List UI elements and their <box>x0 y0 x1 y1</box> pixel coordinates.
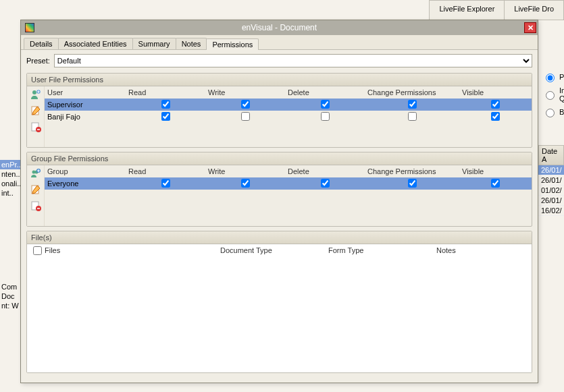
tabstrip: Details Associated Entities Summary Note… <box>21 35 538 50</box>
chk-delete[interactable] <box>321 179 330 188</box>
col-user: User <box>45 86 126 99</box>
add-group-icon[interactable] <box>30 168 41 179</box>
col-files: Files <box>45 246 220 255</box>
preset-label: Preset: <box>26 57 50 65</box>
background-top-tabs: LiveFile Explorer LiveFile Dro <box>430 0 564 20</box>
col-delete: Delete <box>285 86 365 99</box>
bg-list-row[interactable]: 26/01/ <box>538 196 564 206</box>
background-radio-group: Publi In Qu Both <box>538 67 564 121</box>
chk-delete[interactable] <box>321 112 330 121</box>
group-grid-header-row: Group Read Write Delete Change Permissio… <box>45 165 532 177</box>
bg-list-row[interactable]: 26/01/ <box>538 165 564 175</box>
user-panel-toolbar <box>27 86 45 147</box>
chk-visible[interactable] <box>491 100 500 109</box>
tab-permissions[interactable]: Permissions <box>206 38 259 50</box>
col-read: Read <box>126 86 205 99</box>
dialog-window: enVisual - Document ✕ Details Associated… <box>20 20 538 383</box>
col-write: Write <box>205 165 285 177</box>
user-grid-header-row: User Read Write Delete Change Permission… <box>45 86 532 99</box>
chk-visible[interactable] <box>491 179 500 188</box>
files-select-all-checkbox[interactable] <box>33 246 42 255</box>
bg-bottom-row: Com <box>0 282 20 291</box>
background-right-list: Date A 26/01/ 26/01/ 01/02/ 26/01/ 16/02… <box>538 145 564 216</box>
bg-left-row[interactable]: onali.. <box>0 179 20 188</box>
chk-read[interactable] <box>161 112 170 121</box>
col-read: Read <box>126 165 205 177</box>
tab-summary[interactable]: Summary <box>132 38 176 49</box>
bg-bottom-row: nt: W <box>0 301 20 310</box>
bg-bottom-row: Doc <box>0 291 20 301</box>
bg-list-header[interactable]: Date A <box>538 145 564 165</box>
background-left-list: enPr.. nten.. onali.. int.. <box>0 160 20 198</box>
radio-publi-label: Publi <box>559 73 564 81</box>
background-bottom-list: Com Doc nt: W <box>0 282 20 310</box>
bg-list-row[interactable]: 01/02/ <box>538 186 564 196</box>
close-button[interactable]: ✕ <box>524 22 536 33</box>
bg-tab-livefile-explorer[interactable]: LiveFile Explorer <box>429 0 505 20</box>
titlebar: enVisual - Document ✕ <box>21 20 538 35</box>
close-icon: ✕ <box>528 24 534 32</box>
table-row[interactable]: Supervisor <box>45 99 532 111</box>
tab-notes[interactable]: Notes <box>176 38 207 49</box>
radio-both[interactable] <box>546 109 555 117</box>
edit-group-icon[interactable] <box>30 184 41 195</box>
bg-left-row[interactable]: enPr.. <box>0 160 20 169</box>
radio-inqu-label: In Qu <box>559 86 564 103</box>
col-change-permissions: Change Permissions <box>365 165 459 177</box>
chk-write[interactable] <box>241 179 250 188</box>
bg-left-row[interactable]: nten.. <box>0 169 20 179</box>
add-user-icon[interactable] <box>30 89 41 100</box>
col-change-permissions: Change Permissions <box>365 86 459 99</box>
radio-inqu[interactable] <box>546 91 555 100</box>
col-delete: Delete <box>285 165 365 177</box>
svg-point-0 <box>32 90 36 94</box>
files-grid-header: Files Document Type Form Type Notes <box>27 244 532 257</box>
group-panel-toolbar <box>27 165 45 226</box>
bg-list-row[interactable]: 16/02/ <box>538 206 564 216</box>
remove-group-icon[interactable] <box>30 200 41 211</box>
user-permissions-header: User File Permissions <box>27 74 532 86</box>
col-group: Group <box>45 165 126 177</box>
bg-tab-livefile-dro[interactable]: LiveFile Dro <box>504 0 564 20</box>
remove-user-icon[interactable] <box>30 121 41 132</box>
col-write: Write <box>205 86 285 99</box>
group-permissions-header: Group File Permissions <box>27 152 532 165</box>
chk-change-permissions[interactable] <box>408 179 417 188</box>
chk-write[interactable] <box>241 100 250 109</box>
tab-associated-entities[interactable]: Associated Entities <box>58 38 133 49</box>
files-panel: File(s) Files Document Type Form Type No… <box>26 231 532 373</box>
radio-publi[interactable] <box>546 74 555 82</box>
window-title: enVisual - Document <box>21 23 538 32</box>
cell-group-name: Everyone <box>45 177 126 190</box>
radio-both-label: Both <box>559 108 564 116</box>
chk-delete[interactable] <box>321 100 330 109</box>
group-permissions-panel: Group File Permissions Group Read Write <box>26 152 532 227</box>
col-document-type: Document Type <box>220 246 328 255</box>
edit-user-icon[interactable] <box>30 105 41 116</box>
chk-change-permissions[interactable] <box>408 100 417 109</box>
cell-user-name: Banji Fajo <box>45 111 126 123</box>
chk-change-permissions[interactable] <box>408 112 417 121</box>
bg-left-row[interactable]: int.. <box>0 188 20 198</box>
table-row[interactable]: Banji Fajo <box>45 111 532 123</box>
preset-select[interactable]: Default <box>54 54 532 67</box>
chk-write[interactable] <box>241 112 250 121</box>
col-form-type: Form Type <box>328 246 436 255</box>
chk-visible[interactable] <box>491 112 500 121</box>
chk-read[interactable] <box>161 100 170 109</box>
col-visible: Visible <box>459 165 532 177</box>
user-permissions-grid[interactable]: User Read Write Delete Change Permission… <box>45 86 532 147</box>
cell-user-name: Supervisor <box>45 99 126 111</box>
tab-details[interactable]: Details <box>24 38 59 49</box>
table-row[interactable]: Everyone <box>45 177 532 190</box>
col-visible: Visible <box>459 86 532 99</box>
col-notes: Notes <box>436 246 529 255</box>
group-permissions-grid[interactable]: Group Read Write Delete Change Permissio… <box>45 165 532 226</box>
chk-read[interactable] <box>161 179 170 188</box>
files-panel-header: File(s) <box>27 231 532 244</box>
user-permissions-panel: User File Permissions User Read Write De <box>26 73 532 148</box>
bg-list-row[interactable]: 26/01/ <box>538 175 564 186</box>
